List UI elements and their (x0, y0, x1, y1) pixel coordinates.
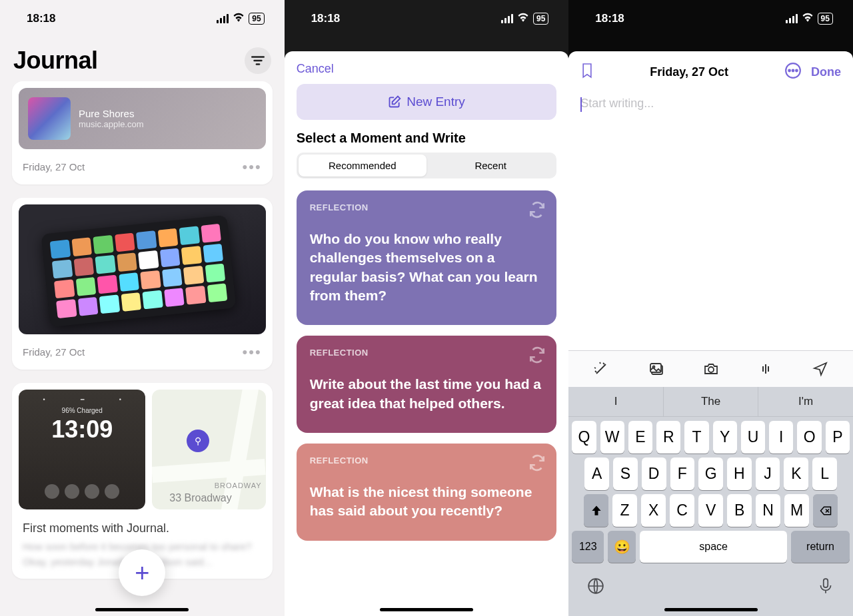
backspace-key[interactable] (813, 494, 838, 527)
editor-placeholder: Start writing... (580, 97, 841, 111)
key-x[interactable]: X (641, 494, 666, 527)
key-c[interactable]: C (670, 494, 694, 527)
home-indicator[interactable] (380, 608, 473, 611)
key-h[interactable]: H (727, 458, 752, 490)
bookmark-button[interactable] (580, 62, 594, 82)
reflection-prompt[interactable]: REFLECTION What is the nicest thing some… (297, 444, 557, 541)
key-n[interactable]: N (756, 494, 780, 527)
key-w[interactable]: W (600, 421, 624, 454)
status-time: 18:18 (595, 12, 624, 25)
reflection-prompt[interactable]: REFLECTION Write about the last time you… (297, 336, 557, 433)
wifi-icon (233, 12, 245, 25)
emoji-key[interactable]: 😀 (608, 531, 636, 563)
key-g[interactable]: G (698, 458, 723, 490)
key-s[interactable]: S (613, 458, 638, 490)
section-title: Select a Moment and Write (297, 131, 557, 146)
key-v[interactable]: V (698, 494, 723, 527)
entry-title: First moments with Journal. (12, 509, 273, 539)
shift-key[interactable] (584, 494, 608, 527)
key-e[interactable]: E (628, 421, 652, 454)
entry-date: Friday, 27 Oct (23, 346, 85, 358)
entry-card-music[interactable]: Pure Shores music.apple.com Friday, 27 O… (12, 81, 273, 184)
space-key[interactable]: space (640, 531, 787, 563)
key-q[interactable]: Q (572, 421, 596, 454)
suggestion[interactable]: The (664, 387, 759, 416)
cancel-button[interactable]: Cancel (297, 62, 557, 76)
key-a[interactable]: A (584, 458, 609, 490)
svg-rect-0 (251, 56, 265, 58)
return-key[interactable]: return (791, 531, 850, 563)
svg-point-5 (792, 70, 794, 72)
prompt-tag: REFLECTION (310, 202, 544, 212)
battery-indicator: 95 (533, 13, 548, 25)
globe-key[interactable] (587, 577, 604, 597)
key-u[interactable]: U (741, 421, 765, 454)
page-title: Journal (13, 47, 98, 75)
map-road-label: BROADWAY (215, 481, 262, 489)
prompt-text: What is the nicest thing someone has sai… (310, 483, 544, 521)
more-button[interactable] (784, 62, 802, 82)
numeric-key[interactable]: 123 (572, 531, 604, 563)
reflection-prompt[interactable]: REFLECTION Who do you know who really ch… (297, 190, 557, 325)
status-bar: 18:18 95 (285, 0, 569, 37)
key-z[interactable]: Z (612, 494, 637, 527)
key-p[interactable]: P (826, 421, 850, 454)
filter-button[interactable] (245, 47, 271, 74)
battery-indicator: 95 (249, 13, 264, 25)
key-k[interactable]: K (784, 458, 808, 490)
more-icon[interactable]: ••• (243, 348, 262, 356)
svg-point-4 (788, 70, 790, 72)
key-o[interactable]: O (797, 421, 821, 454)
key-j[interactable]: J (756, 458, 780, 490)
svg-rect-1 (253, 60, 262, 62)
camera-icon[interactable] (701, 360, 721, 378)
suggestion[interactable]: I (568, 387, 664, 416)
new-entry-fab[interactable]: + (119, 549, 165, 596)
photos-icon[interactable] (646, 360, 666, 378)
segment-control: Recommended Recent (297, 153, 557, 178)
status-bar: 18:18 95 (0, 0, 285, 37)
audio-icon[interactable] (756, 360, 776, 378)
compose-icon (388, 95, 401, 109)
new-entry-label: New Entry (407, 95, 465, 109)
editor-toolbar (568, 350, 853, 387)
more-icon[interactable]: ••• (243, 163, 262, 170)
key-b[interactable]: B (727, 494, 752, 527)
dictation-key[interactable] (817, 577, 834, 597)
svg-point-6 (796, 70, 798, 72)
music-source: music.apple.com (79, 119, 144, 129)
key-d[interactable]: D (642, 458, 666, 490)
refresh-icon[interactable] (528, 201, 546, 221)
magic-icon[interactable] (591, 360, 611, 378)
key-m[interactable]: M (784, 494, 809, 527)
home-indicator[interactable] (95, 608, 189, 611)
new-entry-button[interactable]: New Entry (297, 84, 557, 120)
signal-icon (786, 14, 798, 23)
suggestion-bar: I The I'm (568, 387, 853, 417)
key-y[interactable]: Y (713, 421, 737, 454)
prompt-text: Write about the last time you had a grea… (310, 375, 544, 413)
key-f[interactable]: F (670, 458, 695, 490)
entry-date: Friday, 27 Oct (23, 161, 85, 172)
refresh-icon[interactable] (528, 346, 546, 366)
map-address-label: 33 Broadway (169, 492, 231, 504)
filter-icon (251, 56, 265, 65)
refresh-icon[interactable] (528, 454, 546, 474)
suggestion[interactable]: I'm (758, 387, 853, 416)
key-r[interactable]: R (656, 421, 680, 454)
key-t[interactable]: T (684, 421, 708, 454)
text-editor[interactable]: Start writing... (568, 93, 853, 350)
segment-recommended[interactable]: Recommended (299, 154, 426, 176)
segment-recent[interactable]: Recent (426, 154, 554, 176)
done-button[interactable]: Done (811, 65, 841, 79)
new-entry-sheet-screen: 18:18 95 Cancel New Entry Select a Momen… (285, 0, 569, 616)
key-i[interactable]: I (769, 421, 793, 454)
journal-home-screen: 18:18 95 Journal Pure Shores music.apple… (0, 0, 285, 616)
location-icon[interactable] (810, 360, 830, 378)
signal-icon (217, 14, 229, 23)
home-indicator[interactable] (664, 608, 758, 611)
prompt-tag: REFLECTION (310, 348, 544, 358)
entry-card-photo[interactable]: Friday, 27 Oct ••• (12, 198, 273, 370)
key-l[interactable]: L (812, 458, 837, 490)
lock-time-label: 13:09 (25, 416, 139, 444)
